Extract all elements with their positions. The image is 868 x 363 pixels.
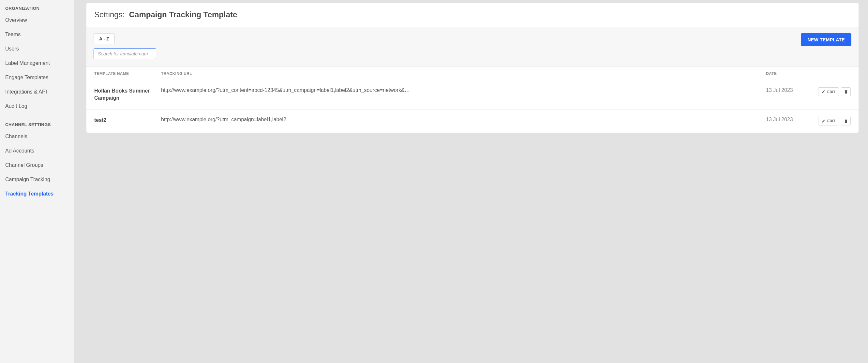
delete-button[interactable] [841, 117, 851, 126]
table-header: TEMPLATE NAME TRACKING URL DATE [86, 67, 859, 80]
page-title-main: Campaign Tracking Template [129, 10, 237, 19]
cell-tracking-url: http://www.example.org/?utm_content=abcd… [161, 87, 766, 93]
edit-button[interactable]: EDIT [818, 87, 839, 96]
pencil-icon [822, 119, 825, 123]
trash-icon [844, 119, 848, 123]
column-header-url: TRACKING URL [161, 71, 766, 76]
card-title-bar: Settings: Campaign Tracking Template [86, 3, 859, 27]
sidebar-item-engage-templates[interactable]: Engage Templates [5, 75, 69, 80]
sidebar-item-users[interactable]: Users [5, 46, 69, 52]
sidebar-item-label-management[interactable]: Label Management [5, 60, 69, 66]
sidebar-item-ad-accounts[interactable]: Ad Accounts [5, 148, 69, 154]
sidebar-item-channel-groups[interactable]: Channel Groups [5, 162, 69, 168]
delete-button[interactable] [841, 87, 851, 96]
cell-date: 13 Jul 2023 [766, 87, 808, 93]
page-title: Settings: Campaign Tracking Template [94, 10, 851, 19]
sidebar-heading-organization: ORGANIZATION [5, 6, 69, 11]
sidebar-item-integrations-api[interactable]: Integrations & API [5, 89, 69, 95]
column-header-date: DATE [766, 71, 808, 76]
sort-button[interactable]: A - Z [94, 33, 115, 44]
sidebar-item-teams[interactable]: Teams [5, 32, 69, 37]
cell-date: 13 Jul 2023 [766, 117, 808, 123]
cell-tracking-url: http://www.example.org/?utm_campaign=lab… [161, 117, 766, 123]
pencil-icon [822, 90, 825, 94]
search-input[interactable] [94, 48, 156, 59]
settings-card: Settings: Campaign Tracking Template A -… [86, 3, 859, 133]
table-row: test2 http://www.example.org/?utm_campai… [86, 109, 859, 133]
sidebar-item-overview[interactable]: Overview [5, 17, 69, 23]
sidebar-item-audit-log[interactable]: Audit Log [5, 103, 69, 109]
trash-icon [844, 90, 848, 94]
sidebar-heading-channel-settings: CHANNEL SETTINGS [5, 122, 69, 127]
sidebar-item-tracking-templates[interactable]: Tracking Templates [5, 191, 69, 197]
table-row: Hollan Books Summer Campaign http://www.… [86, 80, 859, 109]
cell-template-name: test2 [94, 117, 161, 124]
toolbar: A - Z NEW TEMPLATE [86, 27, 859, 67]
column-header-name: TEMPLATE NAME [94, 71, 161, 76]
edit-button-label: EDIT [827, 90, 835, 94]
main-content: Settings: Campaign Tracking Template A -… [74, 0, 868, 363]
edit-button-label: EDIT [827, 119, 835, 123]
edit-button[interactable]: EDIT [818, 117, 839, 126]
sidebar-item-channels[interactable]: Channels [5, 134, 69, 139]
page-title-prefix: Settings: [94, 10, 125, 19]
cell-template-name: Hollan Books Summer Campaign [94, 87, 161, 102]
sidebar-item-campaign-tracking[interactable]: Campaign Tracking [5, 176, 69, 183]
new-template-button[interactable]: NEW TEMPLATE [801, 33, 851, 46]
sidebar: ORGANIZATION Overview Teams Users Label … [0, 0, 74, 363]
